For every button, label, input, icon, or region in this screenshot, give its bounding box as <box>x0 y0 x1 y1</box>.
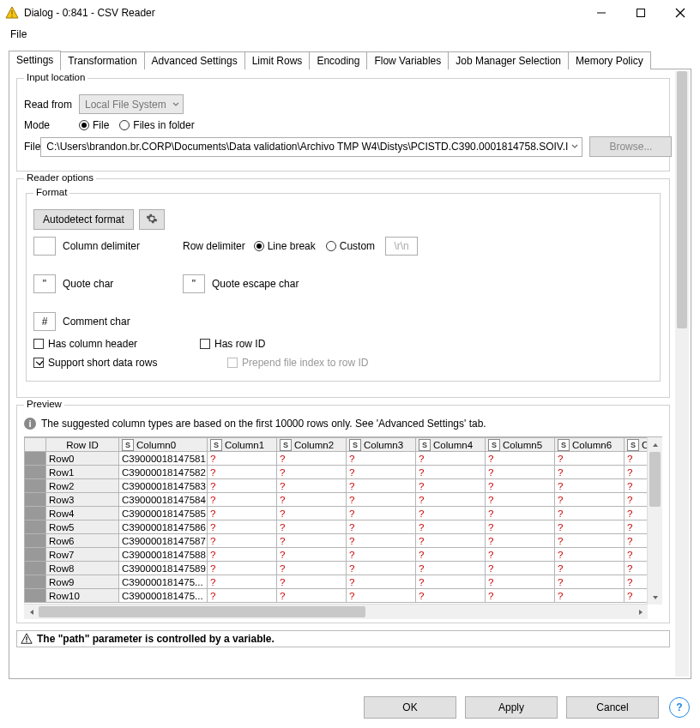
ok-button[interactable]: OK <box>364 696 456 719</box>
has-column-header-checkbox[interactable]: Has column header <box>33 338 179 350</box>
row-number-cell <box>25 562 46 575</box>
data-cell: C39000018147581 <box>119 452 208 466</box>
table-row[interactable]: Row2C39000018147583???????? <box>25 479 649 493</box>
file-menu[interactable]: File <box>5 27 32 42</box>
row-number-cell <box>25 507 46 520</box>
data-cell: C390000181475... <box>119 589 208 603</box>
read-from-dropdown[interactable]: Local File System <box>79 94 184 114</box>
table-row[interactable]: Row9C390000181475...???????? <box>25 575 649 589</box>
tab-advanced-settings[interactable]: Advanced Settings <box>144 51 245 69</box>
scroll-right-icon[interactable] <box>633 605 648 619</box>
column-delimiter-input[interactable] <box>33 237 56 256</box>
data-cell: ? <box>208 562 277 575</box>
type-badge-string: S <box>558 439 570 451</box>
col-header-2[interactable]: SColumn2 <box>277 438 347 452</box>
tab-memory-policy[interactable]: Memory Policy <box>568 51 651 69</box>
has-row-id-checkbox[interactable]: Has row ID <box>200 338 265 350</box>
data-cell: ? <box>416 479 486 493</box>
prepend-index-checkbox: Prepend file index to row ID <box>227 357 368 369</box>
pane-vertical-scrollbar[interactable] <box>675 71 689 677</box>
col-header-6[interactable]: SColumn6 <box>555 438 625 452</box>
col-header-5[interactable]: SColumn5 <box>486 438 555 452</box>
tab-transformation[interactable]: Transformation <box>60 51 144 69</box>
type-badge-string: S <box>349 439 361 451</box>
mode-file-radio[interactable]: File <box>79 119 109 131</box>
table-row[interactable]: Row7C39000018147588???????? <box>25 548 649 562</box>
preview-vertical-scrollbar[interactable] <box>647 437 662 605</box>
data-cell: ? <box>277 507 347 520</box>
autodetect-button[interactable]: Autodetect format <box>33 209 134 230</box>
rowid-header[interactable]: Row ID <box>46 438 119 452</box>
data-cell: ? <box>486 466 555 479</box>
table-row[interactable]: Row10C390000181475...???????? <box>25 589 649 603</box>
quote-char-input[interactable]: " <box>33 274 56 293</box>
input-location-legend: Input location <box>24 72 88 82</box>
has-row-id-label: Has row ID <box>214 338 265 350</box>
apply-button[interactable]: Apply <box>465 696 558 719</box>
row-number-cell <box>25 589 46 603</box>
read-from-label: Read from <box>24 99 79 111</box>
scroll-thumb[interactable] <box>39 606 365 617</box>
minimize-button[interactable] <box>582 0 621 26</box>
table-row[interactable]: Row8C39000018147589???????? <box>25 562 649 575</box>
tab-job-manager-selection[interactable]: Job Manager Selection <box>448 51 569 69</box>
table-row[interactable]: Row4C39000018147585???????? <box>25 507 649 520</box>
svg-marker-7 <box>653 443 658 447</box>
comment-char-input[interactable]: # <box>33 312 56 331</box>
data-cell: ? <box>347 493 416 507</box>
help-button[interactable]: ? <box>669 697 690 718</box>
data-cell: ? <box>416 562 486 575</box>
scroll-thumb[interactable] <box>649 452 661 507</box>
rowid-cell: Row8 <box>46 562 119 575</box>
col-header-7[interactable]: SColumn7 <box>625 438 649 452</box>
preview-table-scroll[interactable]: Row ID SColumn0 SColumn1 SColumn2 SColum… <box>24 437 648 605</box>
data-cell: ? <box>416 534 486 548</box>
statusbar: The "path" parameter is controlled by a … <box>16 630 670 647</box>
scroll-up-icon[interactable] <box>648 437 662 452</box>
data-cell: ? <box>208 466 277 479</box>
table-row[interactable]: Row5C39000018147586???????? <box>25 520 649 534</box>
table-row[interactable]: Row0C39000018147581???????? <box>25 452 649 466</box>
col-header-0[interactable]: SColumn0 <box>119 438 208 452</box>
data-cell: ? <box>625 589 649 603</box>
table-row[interactable]: Row3C39000018147584???????? <box>25 493 649 507</box>
quote-char-label: Quote char <box>63 278 183 290</box>
col-header-3[interactable]: SColumn3 <box>347 438 416 452</box>
row-number-cell <box>25 466 46 479</box>
tab-settings[interactable]: Settings <box>9 51 61 70</box>
row-delimiter-custom-radio[interactable]: Custom <box>326 240 375 252</box>
row-delimiter-custom-input[interactable]: \r\n <box>385 237 418 256</box>
file-path-combo[interactable]: C:\Users\brandon.br.CORP\Documents\Data … <box>40 137 582 157</box>
svg-rect-12 <box>26 636 27 640</box>
data-cell: ? <box>555 507 625 520</box>
close-button[interactable] <box>661 0 700 26</box>
preview-horizontal-scrollbar[interactable] <box>24 604 648 619</box>
data-cell: ? <box>555 452 625 466</box>
tab-flow-variables[interactable]: Flow Variables <box>366 51 449 69</box>
svg-marker-9 <box>30 610 33 615</box>
file-label: File <box>24 141 40 153</box>
data-cell: ? <box>347 507 416 520</box>
autodetect-settings-button[interactable] <box>139 209 165 230</box>
tab-encoding[interactable]: Encoding <box>309 51 367 69</box>
row-delimiter-line-radio[interactable]: Line break <box>254 240 316 252</box>
row-number-cell <box>25 548 46 562</box>
app-warning-icon <box>5 6 19 20</box>
col-header-4[interactable]: SColumn4 <box>416 438 486 452</box>
tab-limit-rows[interactable]: Limit Rows <box>244 51 311 69</box>
mode-file-text: File <box>93 119 109 131</box>
support-short-rows-checkbox[interactable]: Support short data rows <box>33 357 179 369</box>
scroll-down-icon[interactable] <box>648 590 662 605</box>
scroll-thumb[interactable] <box>677 71 687 328</box>
mode-folder-radio[interactable]: Files in folder <box>119 119 194 131</box>
table-row[interactable]: Row1C39000018147582???????? <box>25 466 649 479</box>
scroll-left-icon[interactable] <box>24 605 39 619</box>
quote-escape-input[interactable]: " <box>183 274 205 293</box>
maximize-button[interactable] <box>621 0 661 26</box>
type-badge-string: S <box>280 439 292 451</box>
browse-button[interactable]: Browse... <box>589 136 672 157</box>
table-row[interactable]: Row6C39000018147587???????? <box>25 534 649 548</box>
row-delimiter-label: Row delimiter <box>183 240 245 252</box>
col-header-1[interactable]: SColumn1 <box>208 438 277 452</box>
cancel-button[interactable]: Cancel <box>566 696 659 719</box>
